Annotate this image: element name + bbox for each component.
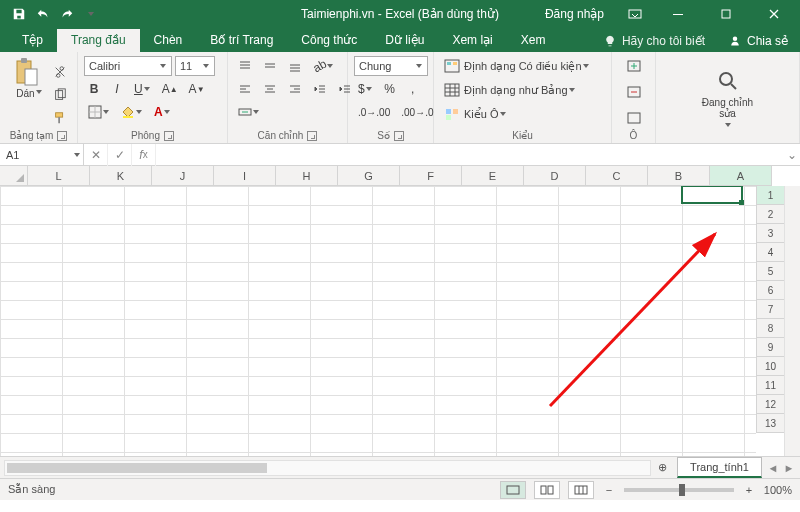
row-header-8[interactable]: 8 — [756, 319, 784, 338]
qat-customize[interactable] — [80, 3, 102, 25]
underline-button[interactable]: U — [130, 79, 155, 99]
number-launcher[interactable] — [394, 131, 404, 141]
row-header-7[interactable]: 7 — [756, 300, 784, 319]
percent-button[interactable]: % — [380, 79, 400, 99]
clipboard-launcher[interactable] — [57, 131, 67, 141]
formula-input[interactable] — [156, 144, 784, 165]
sheet-nav-prev[interactable]: ◄ — [766, 462, 780, 474]
font-launcher[interactable] — [164, 131, 174, 141]
tab-formulas[interactable]: Công thức — [287, 29, 371, 52]
align-bottom-button[interactable] — [284, 56, 306, 76]
insert-cells-button[interactable] — [622, 56, 646, 76]
alignment-launcher[interactable] — [307, 131, 317, 141]
name-box[interactable]: A1 — [0, 144, 84, 165]
tab-data[interactable]: Dữ liệu — [371, 29, 438, 52]
align-middle-button[interactable] — [259, 56, 281, 76]
selected-cell[interactable] — [681, 186, 743, 204]
decrease-indent-button[interactable] — [309, 79, 331, 99]
col-header-A[interactable]: A — [710, 166, 772, 186]
tab-view[interactable]: Xem — [507, 29, 560, 52]
col-header-L[interactable]: L — [28, 166, 90, 186]
cancel-formula-button[interactable]: ✕ — [84, 144, 108, 166]
row-header-9[interactable]: 9 — [756, 338, 784, 357]
col-header-G[interactable]: G — [338, 166, 400, 186]
col-header-J[interactable]: J — [152, 166, 214, 186]
row-header-6[interactable]: 6 — [756, 281, 784, 300]
paste-button[interactable]: Dán — [6, 56, 45, 101]
col-header-B[interactable]: B — [648, 166, 710, 186]
align-top-button[interactable] — [234, 56, 256, 76]
horizontal-scrollbar[interactable] — [4, 460, 651, 476]
tab-layout[interactable]: Bố trí Trang — [196, 29, 287, 52]
accounting-button[interactable]: $ — [354, 79, 377, 99]
save-button[interactable] — [8, 3, 30, 25]
view-page-break-button[interactable] — [568, 481, 594, 499]
tab-insert[interactable]: Chèn — [140, 29, 197, 52]
col-header-E[interactable]: E — [462, 166, 524, 186]
comma-button[interactable]: , — [403, 79, 423, 99]
increase-font-button[interactable]: A▲ — [158, 79, 182, 99]
align-right-button[interactable] — [284, 79, 306, 99]
redo-button[interactable] — [56, 3, 78, 25]
col-header-H[interactable]: H — [276, 166, 338, 186]
align-center-button[interactable] — [259, 79, 281, 99]
col-header-K[interactable]: K — [90, 166, 152, 186]
col-header-I[interactable]: I — [214, 166, 276, 186]
view-normal-button[interactable] — [500, 481, 526, 499]
tab-home[interactable]: Trang đầu — [57, 29, 140, 52]
number-format-combo[interactable]: Chung — [354, 56, 428, 76]
view-page-layout-button[interactable] — [534, 481, 560, 499]
conditional-formatting-button[interactable]: Định dạng Có điều kiện — [440, 56, 594, 76]
col-header-F[interactable]: F — [400, 166, 462, 186]
bold-button[interactable]: B — [84, 79, 104, 99]
font-name-combo[interactable]: Calibri — [84, 56, 172, 76]
tab-file[interactable]: Tệp — [8, 29, 57, 52]
row-header-12[interactable]: 12 — [756, 395, 784, 414]
decrease-decimal-button[interactable]: .00→.0 — [397, 102, 437, 122]
row-header-5[interactable]: 5 — [756, 262, 784, 281]
align-left-button[interactable] — [234, 79, 256, 99]
zoom-slider[interactable] — [624, 488, 734, 492]
row-header-10[interactable]: 10 — [756, 357, 784, 376]
row-header-1[interactable]: 1 — [756, 186, 784, 205]
format-painter-button[interactable] — [49, 108, 71, 128]
row-header-3[interactable]: 3 — [756, 224, 784, 243]
sheet-tab[interactable]: Trang_tính1 — [677, 457, 762, 478]
zoom-in-button[interactable]: + — [742, 484, 756, 496]
col-header-D[interactable]: D — [524, 166, 586, 186]
zoom-out-button[interactable]: − — [602, 484, 616, 496]
vertical-scrollbar[interactable] — [784, 186, 800, 456]
signin-button[interactable]: Đăng nhập — [535, 0, 614, 28]
editing-menu[interactable]: Đang chỉnh sửa — [693, 65, 763, 131]
maximize-button[interactable] — [704, 0, 748, 28]
merge-button[interactable] — [234, 102, 264, 122]
borders-button[interactable] — [84, 102, 114, 122]
format-as-table-button[interactable]: Định dạng như Bảng — [440, 80, 580, 100]
format-cells-button[interactable] — [622, 108, 646, 128]
copy-button[interactable] — [49, 85, 71, 105]
cut-button[interactable] — [49, 62, 71, 82]
sheet-nav-next[interactable]: ► — [782, 462, 796, 474]
cell-styles-button[interactable]: Kiểu Ô — [440, 104, 511, 124]
italic-button[interactable]: I — [107, 79, 127, 99]
tab-review[interactable]: Xem lại — [438, 29, 506, 52]
fill-handle[interactable] — [739, 200, 744, 205]
row-header-2[interactable]: 2 — [756, 205, 784, 224]
tell-me[interactable]: Hãy cho tôi biết — [592, 30, 717, 52]
ribbon-display-options[interactable] — [618, 0, 652, 28]
col-header-C[interactable]: C — [586, 166, 648, 186]
delete-cells-button[interactable] — [622, 82, 646, 102]
decrease-font-button[interactable]: A▼ — [185, 79, 209, 99]
row-header-4[interactable]: 4 — [756, 243, 784, 262]
enter-formula-button[interactable]: ✓ — [108, 144, 132, 166]
minimize-button[interactable] — [656, 0, 700, 28]
undo-button[interactable] — [32, 3, 54, 25]
font-color-button[interactable]: A — [150, 102, 175, 122]
close-button[interactable] — [752, 0, 796, 28]
orientation-button[interactable]: ab — [309, 56, 338, 76]
increase-decimal-button[interactable]: .0→.00 — [354, 102, 394, 122]
expand-formula-bar[interactable]: ⌄ — [784, 144, 800, 165]
row-header-13[interactable]: 13 — [756, 414, 784, 433]
insert-function-button[interactable]: fx — [132, 144, 156, 166]
fill-color-button[interactable] — [117, 102, 147, 122]
